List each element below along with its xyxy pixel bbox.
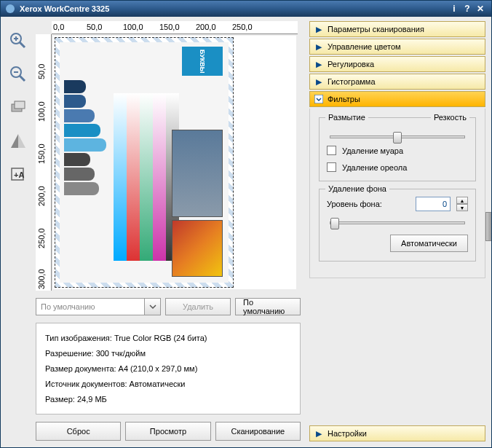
blur-label: Размытие — [325, 113, 368, 122]
bg-level-slider[interactable] — [330, 221, 465, 224]
chevron-right-icon: ▶ — [314, 77, 323, 86]
acc-adjust[interactable]: ▶ Регулировка — [309, 56, 485, 72]
slider-thumb[interactable] — [330, 218, 339, 229]
acc-color-mgmt[interactable]: ▶ Управление цветом — [309, 39, 485, 55]
info-icon[interactable]: i — [448, 3, 461, 15]
blur-sharp-group: Размытие Резкость Удаление муара Уд — [319, 117, 476, 181]
acc-histogram[interactable]: ▶ Гистограмма — [309, 74, 485, 90]
bg-removal-title: Удаление фона — [325, 184, 389, 193]
left-toolbar: +A — [1, 17, 36, 447]
zoom-out-icon[interactable] — [7, 63, 29, 85]
svg-line-6 — [20, 76, 25, 81]
preset-combo[interactable]: По умолчанию — [36, 298, 161, 315]
bg-removal-group: Удаление фона Уровень фона: 0 ▲ ▼ — [319, 189, 476, 262]
svg-point-0 — [6, 4, 15, 13]
chevron-down-icon — [314, 95, 323, 103]
close-icon[interactable]: ✕ — [474, 3, 487, 15]
halo-checkbox[interactable] — [327, 162, 336, 172]
spin-up-icon[interactable]: ▲ — [456, 197, 468, 204]
mirror-icon[interactable] — [7, 130, 29, 152]
acc-filters[interactable]: Фильтры — [309, 91, 485, 107]
preset-row: По умолчанию Удалить По умолчанию — [36, 298, 301, 315]
action-buttons: Сброс Просмотр Сканирование — [36, 422, 301, 441]
info-line: Источник документов: Автоматически — [45, 377, 291, 392]
app-icon — [5, 4, 15, 14]
preview-text: БУКВЫ — [182, 47, 223, 76]
preview-pane: 0,0 50,0 100,0 150,0 200,0 250,0 50,0 10… — [36, 17, 306, 447]
slider-thumb[interactable] — [393, 132, 402, 144]
reset-button[interactable]: Сброс — [36, 422, 121, 441]
horizontal-ruler: 0,0 50,0 100,0 150,0 200,0 250,0 — [52, 21, 298, 34]
auto-crop-icon[interactable]: +A — [7, 164, 29, 186]
acc-scan-params[interactable]: ▶ Параметры сканирования — [309, 21, 485, 37]
filters-panel: Размытие Резкость Удаление муара Уд — [309, 109, 485, 278]
chevron-right-icon: ▶ — [314, 25, 323, 34]
accordion: ▶ Параметры сканирования ▶ Управление цв… — [309, 21, 485, 278]
moire-label: Удаление муара — [342, 146, 403, 155]
auto-button[interactable]: Автоматически — [390, 235, 468, 252]
svg-line-2 — [20, 42, 25, 47]
chevron-right-icon: ▶ — [314, 429, 323, 438]
titlebar: Xerox WorkCentre 3325 i ? ✕ — [1, 1, 491, 17]
halo-label: Удаление ореола — [342, 163, 407, 172]
bg-level-label: Уровень фона: — [327, 200, 410, 208]
app-window: Xerox WorkCentre 3325 i ? ✕ +A — [0, 0, 492, 448]
info-line: Размер документа: A4 (210,0 x 297,0 мм) — [45, 361, 291, 377]
scan-info: Тип изображения: True Color RGB (24 бита… — [36, 323, 301, 414]
pane-grip[interactable] — [485, 212, 491, 241]
info-line: Тип изображения: True Color RGB (24 бита… — [45, 331, 291, 346]
chevron-down-icon[interactable] — [144, 299, 160, 315]
help-icon[interactable]: ? — [461, 3, 474, 15]
selection-marquee[interactable]: БУКВЫ — [55, 37, 234, 288]
vertical-ruler: 50,0 100,0 150,0 200,0 250,0 300,0 — [36, 34, 52, 291]
zoom-in-icon[interactable] — [7, 30, 29, 52]
svg-rect-9 — [15, 101, 25, 109]
chevron-right-icon: ▶ — [314, 42, 323, 51]
delete-preset-button[interactable]: Удалить — [165, 298, 231, 315]
settings-pane: ▶ Параметры сканирования ▶ Управление цв… — [306, 17, 491, 447]
acc-settings[interactable]: ▶ Настройки — [309, 425, 485, 441]
rotate-icon[interactable] — [7, 97, 29, 119]
bg-level-input[interactable]: 0 — [416, 197, 451, 211]
sharp-label: Резкость — [431, 113, 469, 122]
default-preset-button[interactable]: По умолчанию — [235, 298, 301, 315]
blur-sharp-slider[interactable] — [330, 135, 465, 138]
svg-text:+A: +A — [14, 170, 24, 179]
info-line: Разрешение: 300 тчк/дюйм — [45, 346, 291, 361]
scan-button[interactable]: Сканирование — [215, 422, 301, 441]
info-line: Размер: 24,9 МБ — [45, 392, 291, 407]
preview-image: БУКВЫ — [60, 42, 229, 283]
preview-button[interactable]: Просмотр — [125, 422, 210, 441]
window-title: Xerox WorkCentre 3325 — [20, 4, 448, 13]
spin-down-icon[interactable]: ▼ — [456, 204, 468, 211]
ruler-area: 0,0 50,0 100,0 150,0 200,0 250,0 50,0 10… — [36, 21, 301, 291]
moire-checkbox[interactable] — [327, 146, 336, 155]
scan-preview[interactable]: БУКВЫ — [53, 36, 296, 289]
chevron-right-icon: ▶ — [314, 60, 323, 68]
svg-rect-12 — [314, 95, 323, 103]
